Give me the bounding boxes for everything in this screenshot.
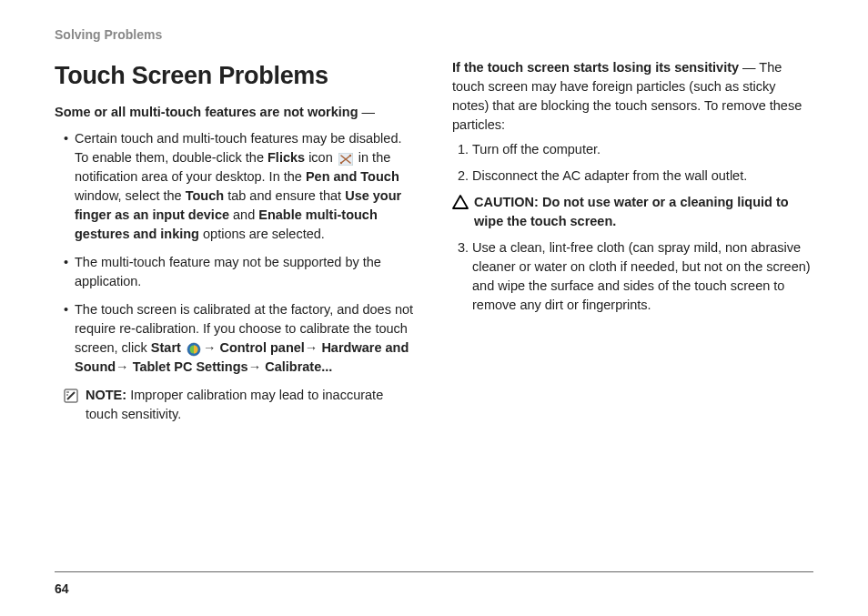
section2-lead: If the touch screen starts losing its se… — [452, 58, 813, 135]
step-1: Turn off the computer. — [472, 140, 813, 159]
note-icon — [64, 389, 78, 403]
bullet-1-text-5: tab and ensure that — [224, 188, 345, 203]
page-number: 64 — [55, 581, 69, 596]
bullet-2: The multi-touch feature may not be suppo… — [75, 253, 416, 291]
bullet-1-text-4: window, select the — [75, 188, 186, 203]
section2-lead-bold: If the touch screen starts losing its se… — [452, 60, 739, 75]
bullet-3: The touch screen is calibrated at the fa… — [75, 300, 416, 377]
section1-lead-bold: Some or all multi-touch features are not… — [55, 105, 358, 119]
note-text: NOTE: Improper calibration may lead to i… — [86, 386, 416, 424]
note-block: NOTE: Improper calibration may lead to i… — [55, 386, 416, 424]
section1-lead: Some or all multi-touch features are not… — [55, 103, 416, 122]
pen-and-touch-label: Pen and Touch — [306, 169, 399, 184]
bullet-1-text-7: options are selected. — [199, 227, 325, 241]
note-body: Improper calibration may lead to inaccur… — [86, 388, 383, 421]
flicks-label: Flicks — [267, 150, 305, 165]
bullet-1-text-6: and — [229, 207, 258, 222]
steps-list: Turn off the computer. Disconnect the AC… — [452, 140, 813, 186]
right-column: If the touch screen starts losing its se… — [452, 58, 813, 424]
chapter-header: Solving Problems — [55, 27, 813, 42]
left-column: Touch Screen Problems Some or all multi-… — [55, 58, 416, 424]
start-label: Start — [151, 340, 181, 355]
start-orb-icon — [187, 342, 201, 355]
footer-rule — [55, 571, 813, 572]
bullet-1-text-2: icon — [305, 150, 337, 165]
bullet-list: Certain touch and multi-touch features m… — [55, 129, 416, 377]
step-3: Use a clean, lint-free cloth (can spray … — [472, 238, 813, 315]
two-column-layout: Touch Screen Problems Some or all multi-… — [55, 58, 813, 424]
svg-point-2 — [349, 155, 351, 157]
caution-icon — [452, 195, 469, 209]
bullet-1: Certain touch and multi-touch features m… — [75, 129, 416, 244]
manual-page: Solving Problems Touch Screen Problems S… — [0, 0, 868, 616]
caution-block: CAUTION: Do not use water or a cleaning … — [452, 193, 813, 231]
steps-list-cont: Use a clean, lint-free cloth (can spray … — [452, 238, 813, 315]
svg-point-1 — [340, 162, 342, 164]
touch-tab-label: Touch — [186, 188, 224, 203]
note-label: NOTE: — [86, 388, 126, 402]
flicks-icon — [338, 152, 353, 165]
section1-lead-tail: — — [358, 105, 376, 119]
step-2: Disconnect the AC adapter from the wall … — [472, 167, 813, 186]
page-title: Touch Screen Problems — [55, 58, 416, 94]
caution-text: CAUTION: Do not use water or a cleaning … — [474, 193, 813, 231]
